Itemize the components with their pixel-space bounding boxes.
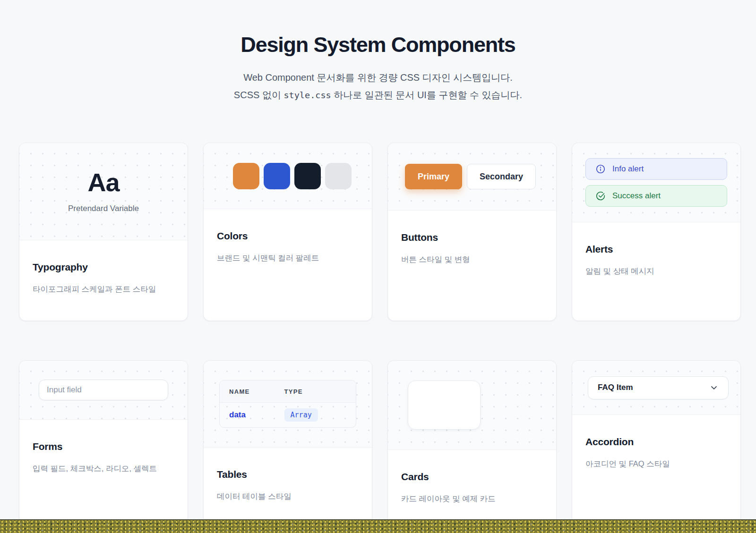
card-title: Cards [401,471,543,482]
chevron-down-icon [709,383,719,392]
component-card-buttons[interactable]: Primary Secondary Buttons 버튼 스타일 및 변형 [387,143,557,321]
tables-preview: NAME TYPE data Array [204,361,372,448]
sample-table: NAME TYPE data Array [219,380,356,428]
card-title: Tables [217,469,359,480]
buttons-preview: Primary Secondary [388,143,556,211]
card-description: 아코디언 및 FAQ 스타일 [585,459,727,469]
card-description: 입력 필드, 체크박스, 라디오, 셀렉트 [33,464,174,474]
cards-preview [388,361,556,450]
type-sample: Aa [87,169,119,195]
footer-photo-strip [0,519,756,533]
page-title: Design System Components [0,33,756,57]
success-alert-label: Success alert [612,191,661,201]
component-card-cards[interactable]: Cards 카드 레이아웃 및 예제 카드 [387,360,557,533]
table-header-name: NAME [229,388,284,395]
card-title: Forms [33,441,174,452]
accordion-preview: FAQ Item [572,361,740,415]
component-card-tables[interactable]: NAME TYPE data Array Tables 데이터 테이블 스타일 [203,360,372,533]
card-description: 브랜드 및 시맨틱 컬러 팔레트 [217,253,359,263]
card-title: Buttons [401,232,543,243]
font-name-label: Pretendard Variable [68,204,139,213]
forms-preview [19,361,188,420]
color-swatch-orange [233,163,259,189]
faq-accordion-item[interactable]: FAQ Item [588,376,729,399]
info-icon [595,164,606,174]
type-badge: Array [284,408,318,422]
typography-preview: Aa Pretendard Variable [19,143,188,240]
component-card-colors[interactable]: Colors 브랜드 및 시맨틱 컬러 팔레트 [203,143,372,321]
card-title: Accordion [585,436,727,448]
card-description: 카드 레이아웃 및 예제 카드 [401,494,543,504]
alerts-preview: Info alert Success alert [572,143,740,222]
color-swatch-blue [264,163,290,189]
table-header-type: TYPE [284,388,303,395]
card-description: 알림 및 상태 메시지 [585,266,727,277]
example-mini-card [408,381,481,430]
card-description: 타이포그래피 스케일과 폰트 스타일 [33,284,174,295]
component-card-alerts[interactable]: Info alert Success alert Alerts 알림 및 상태 … [572,143,741,321]
subtitle-line-2: SCSS 없이 style.css 하나로 일관된 문서 UI를 구현할 수 있… [0,86,756,104]
subtitle-line-1: Web Component 문서화를 위한 경량 CSS 디자인 시스템입니다. [0,69,756,86]
color-swatch-gray [325,163,352,189]
table-cell-name-link[interactable]: data [229,410,246,419]
info-alert-label: Info alert [612,164,644,174]
inline-code-stylecss: style.css [284,90,331,100]
primary-button[interactable]: Primary [405,164,462,189]
input-field[interactable] [39,380,168,400]
card-description: 버튼 스타일 및 변형 [401,254,543,265]
component-grid: Aa Pretendard Variable Typography 타이포그래피… [19,143,741,533]
faq-item-label: FAQ Item [598,383,633,392]
page-header: Design System Components Web Component 문… [0,0,756,104]
component-card-forms[interactable]: Forms 입력 필드, 체크박스, 라디오, 셀렉트 [19,360,188,533]
info-alert: Info alert [585,158,727,180]
component-card-typography[interactable]: Aa Pretendard Variable Typography 타이포그래피… [19,143,188,321]
card-description: 데이터 테이블 스타일 [217,491,359,502]
success-alert: Success alert [585,185,727,207]
color-swatch-dark [294,163,321,189]
component-card-accordion[interactable]: FAQ Item Accordion 아코디언 및 FAQ 스타일 [572,360,741,533]
page-subtitle: Web Component 문서화를 위한 경량 CSS 디자인 시스템입니다.… [0,69,756,104]
check-circle-icon [595,191,606,201]
card-title: Alerts [585,244,727,255]
colors-preview [204,143,372,209]
card-title: Colors [217,230,359,242]
table-header-row: NAME TYPE [220,381,356,403]
table-row: data Array [220,403,356,427]
card-title: Typography [33,262,174,273]
secondary-button[interactable]: Secondary [467,164,536,189]
